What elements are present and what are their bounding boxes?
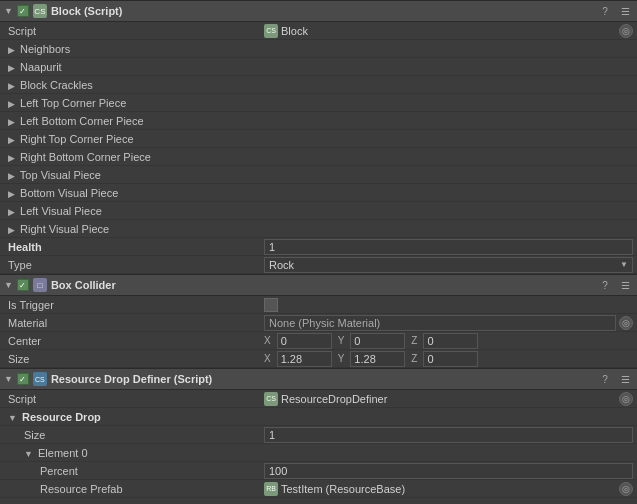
element0-label: ▼ Element 0 [4,447,264,459]
resource-drop-component: ▼ ✓ CS Resource Drop Definer (Script) ? … [0,368,637,498]
type-value: Rock ▼ [264,257,633,273]
box-collider-component: ▼ ✓ □ Box Collider ? ☰ Is Trigger Materi… [0,274,637,368]
top-visual-label: ▶ Top Visual Piece [4,169,264,181]
box-collider-icon: □ [33,278,47,292]
right-bottom-corner-prop[interactable]: ▶ Right Bottom Corner Piece [0,148,637,166]
block-crackles-prop[interactable]: ▶ Block Crackles [0,76,637,94]
block-script-header[interactable]: ▼ ✓ CS Block (Script) ? ☰ [0,0,637,22]
health-input[interactable] [264,239,633,255]
box-collider-enabled[interactable]: ✓ [17,279,29,291]
center-x-label: X [264,335,271,346]
script-value: CS Block ◎ [264,24,633,38]
material-label: Material [4,317,264,329]
right-top-corner-prop[interactable]: ▶ Right Top Corner Piece [0,130,637,148]
resource-script-value: CS ResourceDropDefiner ◎ [264,392,633,406]
health-prop: Health [0,238,637,256]
resource-drop-toggle[interactable]: ▼ [4,374,13,384]
left-visual-prop[interactable]: ▶ Left Visual Piece [0,202,637,220]
size-z-input[interactable] [423,351,478,367]
resource-size-input[interactable] [264,427,633,443]
type-select[interactable]: Rock ▼ [264,257,633,273]
center-y-label: Y [338,335,345,346]
resource-drop-title: Resource Drop Definer (Script) [51,373,212,385]
block-crackles-label: ▶ Block Crackles [4,79,264,91]
type-dropdown-arrow: ▼ [620,260,628,269]
resource-script-ref-icon: CS [264,392,278,406]
right-visual-prop[interactable]: ▶ Right Visual Piece [0,220,637,238]
resource-drop-enabled[interactable]: ✓ [17,373,29,385]
right-bottom-corner-label: ▶ Right Bottom Corner Piece [4,151,264,163]
neighbors-prop[interactable]: ▶ Neighbors [0,40,637,58]
resource-drop-help[interactable]: ? [597,371,613,387]
box-collider-header[interactable]: ▼ ✓ □ Box Collider ? ☰ [0,274,637,296]
block-script-title: Block (Script) [51,5,123,17]
block-script-menu[interactable]: ☰ [617,3,633,19]
top-visual-prop[interactable]: ▶ Top Visual Piece [0,166,637,184]
resource-script-ref: CS ResourceDropDefiner [264,392,615,406]
bottom-visual-label: ▶ Bottom Visual Piece [4,187,264,199]
type-selected-value: Rock [269,259,294,271]
script-ref-name: Block [281,25,308,37]
resource-drop-icon: CS [33,372,47,386]
resource-script-select-btn[interactable]: ◎ [619,392,633,406]
size-prop: Size X Y Z [0,350,637,368]
percent-label: Percent [4,465,264,477]
size-z-label: Z [411,353,417,364]
neighbors-label: ▶ Neighbors [4,43,264,55]
is-trigger-checkbox[interactable] [264,298,278,312]
script-select-btn[interactable]: ◎ [619,24,633,38]
is-trigger-value [264,298,633,312]
resource-prefab-name: TestItem (ResourceBase) [281,483,405,495]
resource-script-ref-name: ResourceDropDefiner [281,393,387,405]
box-collider-toggle[interactable]: ▼ [4,280,13,290]
script-ref-field: CS Block [264,24,615,38]
box-collider-menu[interactable]: ☰ [617,277,633,293]
element0-prop[interactable]: ▼ Element 0 [0,444,637,462]
resource-drop-menu[interactable]: ☰ [617,371,633,387]
resource-prefab-prop: Resource Prefab RB TestItem (ResourceBas… [0,480,637,498]
resource-prefab-select-btn[interactable]: ◎ [619,482,633,496]
size-label: Size [4,353,264,365]
box-collider-help[interactable]: ? [597,277,613,293]
left-top-corner-prop[interactable]: ▶ Left Top Corner Piece [0,94,637,112]
resource-size-prop: Size [0,426,637,444]
resource-script-prop: Script CS ResourceDropDefiner ◎ [0,390,637,408]
type-select-wrapper[interactable]: Rock ▼ [264,257,633,273]
resource-size-label: Size [4,429,264,441]
health-label: Health [4,241,264,253]
script-ref-icon: CS [264,24,278,38]
left-bottom-corner-prop[interactable]: ▶ Left Bottom Corner Piece [0,112,637,130]
size-value: X Y Z [264,351,633,367]
block-script-toggle[interactable]: ▼ [4,6,13,16]
naapurit-prop[interactable]: ▶ Naapurit [0,58,637,76]
resource-drop-section-label: ▼ Resource Drop [4,411,264,423]
bottom-visual-prop[interactable]: ▶ Bottom Visual Piece [0,184,637,202]
resource-prefab-label: Resource Prefab [4,483,264,495]
resource-drop-section[interactable]: ▼ Resource Drop [0,408,637,426]
block-script-enabled[interactable]: ✓ [17,5,29,17]
box-collider-title: Box Collider [51,279,116,291]
material-prop: Material None (Physic Material) ◎ [0,314,637,332]
size-xyz: X Y Z [264,351,633,367]
left-top-corner-label: ▶ Left Top Corner Piece [4,97,264,109]
material-select-btn[interactable]: ◎ [619,316,633,330]
block-script-prop: Script CS Block ◎ [0,22,637,40]
resource-prefab-value: RB TestItem (ResourceBase) ◎ [264,482,633,496]
right-top-corner-label: ▶ Right Top Corner Piece [4,133,264,145]
health-value [264,239,633,255]
material-none-text: None (Physic Material) [264,315,616,331]
resource-size-value [264,427,633,443]
size-y-input[interactable] [350,351,405,367]
left-bottom-corner-label: ▶ Left Bottom Corner Piece [4,115,264,127]
material-field: None (Physic Material) ◎ [264,315,633,331]
resource-drop-header[interactable]: ▼ ✓ CS Resource Drop Definer (Script) ? … [0,368,637,390]
resource-prefab-icon: RB [264,482,278,496]
center-x-input[interactable] [277,333,332,349]
size-x-input[interactable] [277,351,332,367]
center-y-input[interactable] [350,333,405,349]
is-trigger-prop: Is Trigger [0,296,637,314]
center-value: X Y Z [264,333,633,349]
percent-input[interactable] [264,463,633,479]
center-z-input[interactable] [423,333,478,349]
block-script-help[interactable]: ? [597,3,613,19]
